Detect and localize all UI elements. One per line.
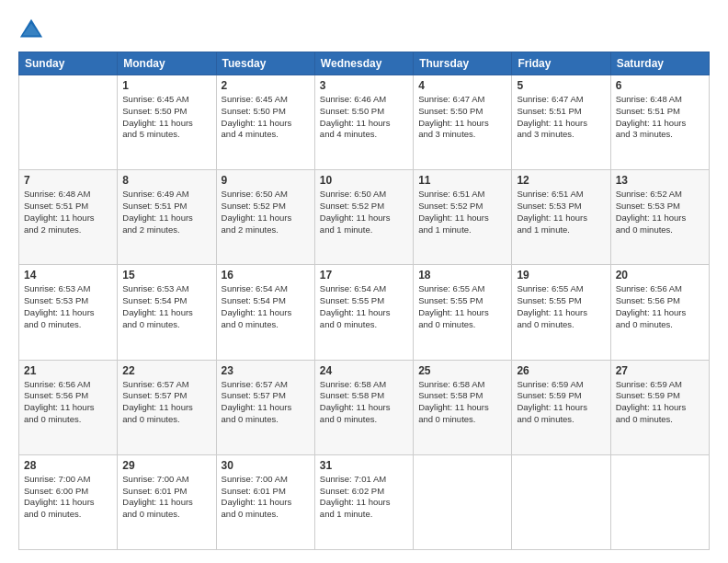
cell-info: Sunrise: 6:55 AM Sunset: 5:55 PM Dayligh… — [418, 283, 506, 330]
calendar-cell: 1Sunrise: 6:45 AM Sunset: 5:50 PM Daylig… — [118, 75, 216, 170]
cell-info: Sunrise: 6:54 AM Sunset: 5:55 PM Dayligh… — [320, 283, 408, 330]
calendar-cell: 3Sunrise: 6:46 AM Sunset: 5:50 PM Daylig… — [314, 75, 413, 170]
day-number: 27 — [616, 364, 704, 377]
day-number: 17 — [320, 269, 408, 282]
calendar-cell: 27Sunrise: 6:59 AM Sunset: 5:59 PM Dayli… — [610, 360, 709, 454]
cell-info: Sunrise: 6:47 AM Sunset: 5:51 PM Dayligh… — [517, 94, 605, 141]
calendar-cell: 18Sunrise: 6:55 AM Sunset: 5:55 PM Dayli… — [414, 265, 512, 360]
calendar-cell: 8Sunrise: 6:49 AM Sunset: 5:51 PM Daylig… — [118, 170, 216, 265]
cell-info: Sunrise: 6:48 AM Sunset: 5:51 PM Dayligh… — [24, 189, 112, 236]
calendar-cell: 11Sunrise: 6:51 AM Sunset: 5:52 PM Dayli… — [414, 170, 512, 265]
calendar-cell: 16Sunrise: 6:54 AM Sunset: 5:54 PM Dayli… — [216, 265, 314, 360]
logo — [18, 17, 48, 42]
day-number: 23 — [222, 364, 310, 377]
cell-info: Sunrise: 6:52 AM Sunset: 5:53 PM Dayligh… — [616, 189, 704, 236]
day-header-sunday: Sunday — [19, 52, 118, 75]
day-number: 29 — [122, 459, 210, 472]
calendar-cell: 23Sunrise: 6:57 AM Sunset: 5:57 PM Dayli… — [216, 360, 314, 454]
calendar-cell: 13Sunrise: 6:52 AM Sunset: 5:53 PM Dayli… — [610, 170, 709, 265]
logo-icon — [18, 17, 44, 42]
day-header-friday: Friday — [512, 52, 610, 75]
cell-info: Sunrise: 6:54 AM Sunset: 5:54 PM Dayligh… — [222, 283, 310, 330]
calendar-cell — [610, 454, 709, 549]
day-number: 8 — [122, 174, 210, 187]
calendar-cell: 31Sunrise: 7:01 AM Sunset: 6:02 PM Dayli… — [314, 454, 413, 549]
cell-info: Sunrise: 6:51 AM Sunset: 5:53 PM Dayligh… — [517, 189, 605, 236]
calendar-week-row: 28Sunrise: 7:00 AM Sunset: 6:00 PM Dayli… — [19, 454, 710, 549]
day-number: 22 — [122, 364, 210, 377]
calendar-cell: 30Sunrise: 7:00 AM Sunset: 6:01 PM Dayli… — [216, 454, 314, 549]
cell-info: Sunrise: 6:57 AM Sunset: 5:57 PM Dayligh… — [122, 379, 210, 426]
calendar-cell: 28Sunrise: 7:00 AM Sunset: 6:00 PM Dayli… — [19, 454, 118, 549]
day-number: 20 — [616, 269, 704, 282]
cell-info: Sunrise: 6:53 AM Sunset: 5:53 PM Dayligh… — [24, 283, 112, 330]
calendar-table: SundayMondayTuesdayWednesdayThursdayFrid… — [18, 52, 710, 550]
day-number: 5 — [517, 79, 605, 92]
calendar-cell: 29Sunrise: 7:00 AM Sunset: 6:01 PM Dayli… — [118, 454, 216, 549]
cell-info: Sunrise: 6:47 AM Sunset: 5:50 PM Dayligh… — [418, 94, 506, 141]
calendar-cell — [512, 454, 610, 549]
day-number: 3 — [320, 79, 408, 92]
calendar-cell: 14Sunrise: 6:53 AM Sunset: 5:53 PM Dayli… — [19, 265, 118, 360]
calendar-cell: 7Sunrise: 6:48 AM Sunset: 5:51 PM Daylig… — [19, 170, 118, 265]
calendar-week-row: 1Sunrise: 6:45 AM Sunset: 5:50 PM Daylig… — [19, 75, 710, 170]
day-number: 25 — [418, 364, 506, 377]
calendar-cell: 25Sunrise: 6:58 AM Sunset: 5:58 PM Dayli… — [414, 360, 512, 454]
cell-info: Sunrise: 7:00 AM Sunset: 6:01 PM Dayligh… — [222, 474, 310, 521]
day-number: 21 — [24, 364, 112, 377]
calendar-week-row: 14Sunrise: 6:53 AM Sunset: 5:53 PM Dayli… — [19, 265, 710, 360]
day-number: 2 — [222, 79, 310, 92]
calendar-cell: 19Sunrise: 6:55 AM Sunset: 5:55 PM Dayli… — [512, 265, 610, 360]
day-header-tuesday: Tuesday — [216, 52, 314, 75]
cell-info: Sunrise: 6:51 AM Sunset: 5:52 PM Dayligh… — [418, 189, 506, 236]
day-number: 30 — [222, 459, 310, 472]
day-number: 14 — [24, 269, 112, 282]
calendar-header-row: SundayMondayTuesdayWednesdayThursdayFrid… — [19, 52, 710, 75]
day-header-wednesday: Wednesday — [314, 52, 413, 75]
day-number: 24 — [320, 364, 408, 377]
day-number: 6 — [616, 79, 704, 92]
calendar-week-row: 21Sunrise: 6:56 AM Sunset: 5:56 PM Dayli… — [19, 360, 710, 454]
calendar-cell: 5Sunrise: 6:47 AM Sunset: 5:51 PM Daylig… — [512, 75, 610, 170]
cell-info: Sunrise: 6:58 AM Sunset: 5:58 PM Dayligh… — [418, 379, 506, 426]
cell-info: Sunrise: 6:56 AM Sunset: 5:56 PM Dayligh… — [616, 283, 704, 330]
cell-info: Sunrise: 6:56 AM Sunset: 5:56 PM Dayligh… — [24, 379, 112, 426]
day-number: 11 — [418, 174, 506, 187]
cell-info: Sunrise: 6:55 AM Sunset: 5:55 PM Dayligh… — [517, 283, 605, 330]
cell-info: Sunrise: 6:53 AM Sunset: 5:54 PM Dayligh… — [122, 283, 210, 330]
day-number: 1 — [122, 79, 210, 92]
day-header-saturday: Saturday — [610, 52, 709, 75]
cell-info: Sunrise: 6:50 AM Sunset: 5:52 PM Dayligh… — [320, 189, 408, 236]
day-number: 15 — [122, 269, 210, 282]
calendar-cell: 10Sunrise: 6:50 AM Sunset: 5:52 PM Dayli… — [314, 170, 413, 265]
cell-info: Sunrise: 7:01 AM Sunset: 6:02 PM Dayligh… — [320, 474, 408, 521]
day-number: 10 — [320, 174, 408, 187]
day-number: 4 — [418, 79, 506, 92]
day-number: 9 — [222, 174, 310, 187]
day-number: 18 — [418, 269, 506, 282]
cell-info: Sunrise: 6:57 AM Sunset: 5:57 PM Dayligh… — [222, 379, 310, 426]
day-number: 19 — [517, 269, 605, 282]
cell-info: Sunrise: 6:58 AM Sunset: 5:58 PM Dayligh… — [320, 379, 408, 426]
calendar-week-row: 7Sunrise: 6:48 AM Sunset: 5:51 PM Daylig… — [19, 170, 710, 265]
cell-info: Sunrise: 6:45 AM Sunset: 5:50 PM Dayligh… — [222, 94, 310, 141]
cell-info: Sunrise: 6:46 AM Sunset: 5:50 PM Dayligh… — [320, 94, 408, 141]
day-number: 16 — [222, 269, 310, 282]
header — [18, 17, 710, 42]
calendar-cell — [414, 454, 512, 549]
day-number: 12 — [517, 174, 605, 187]
calendar-cell: 6Sunrise: 6:48 AM Sunset: 5:51 PM Daylig… — [610, 75, 709, 170]
cell-info: Sunrise: 6:45 AM Sunset: 5:50 PM Dayligh… — [122, 94, 210, 141]
calendar-cell: 4Sunrise: 6:47 AM Sunset: 5:50 PM Daylig… — [414, 75, 512, 170]
day-number: 28 — [24, 459, 112, 472]
day-header-monday: Monday — [118, 52, 216, 75]
calendar-cell: 9Sunrise: 6:50 AM Sunset: 5:52 PM Daylig… — [216, 170, 314, 265]
day-number: 26 — [517, 364, 605, 377]
cell-info: Sunrise: 7:00 AM Sunset: 6:01 PM Dayligh… — [122, 474, 210, 521]
cell-info: Sunrise: 6:59 AM Sunset: 5:59 PM Dayligh… — [616, 379, 704, 426]
cell-info: Sunrise: 6:59 AM Sunset: 5:59 PM Dayligh… — [517, 379, 605, 426]
page: SundayMondayTuesdayWednesdayThursdayFrid… — [0, 0, 728, 563]
cell-info: Sunrise: 6:49 AM Sunset: 5:51 PM Dayligh… — [122, 189, 210, 236]
calendar-cell: 20Sunrise: 6:56 AM Sunset: 5:56 PM Dayli… — [610, 265, 709, 360]
calendar-cell: 12Sunrise: 6:51 AM Sunset: 5:53 PM Dayli… — [512, 170, 610, 265]
